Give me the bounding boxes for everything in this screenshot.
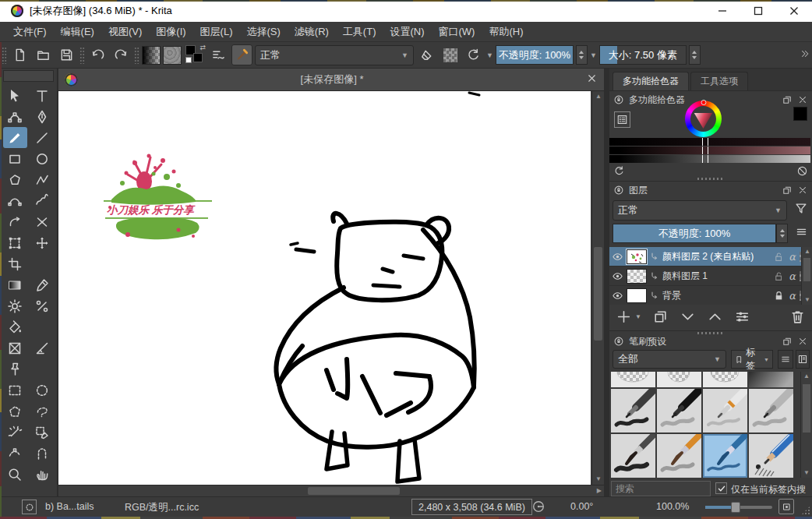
menu-item-10[interactable]: 窗口(W) xyxy=(432,22,482,42)
tool-select-contiguous[interactable] xyxy=(3,422,27,443)
brush-preset-airbrush-soft[interactable] xyxy=(749,372,793,387)
toolbar-grip[interactable] xyxy=(79,47,85,64)
foreground-background-colors[interactable]: ⇄ xyxy=(184,44,206,65)
save-button[interactable] xyxy=(56,44,77,65)
layer-visibility-eye-icon[interactable] xyxy=(612,290,623,302)
tool-select-rectangular[interactable] xyxy=(3,380,27,401)
menu-item-11[interactable]: 帮助(H) xyxy=(482,22,530,42)
tab-tool-options[interactable]: 工具选项 xyxy=(690,72,748,90)
scroll-right-icon[interactable]: ▶ xyxy=(597,488,602,494)
subwindow-close-button[interactable] xyxy=(586,72,598,86)
image-size-display[interactable]: 2,480 x 3,508 (34.6 MiB) xyxy=(411,499,532,515)
preserve-alpha-button[interactable] xyxy=(440,44,461,65)
brush-display-menu-button[interactable] xyxy=(778,350,793,369)
brush-size-slider[interactable]: 大小: 7.50 像素 xyxy=(599,45,687,65)
tool-measure[interactable] xyxy=(30,337,55,358)
tool-reference-images[interactable] xyxy=(3,358,27,380)
window-resize-grip[interactable] xyxy=(801,506,810,515)
brush-editor-button[interactable] xyxy=(231,44,252,65)
brush-search-input[interactable] xyxy=(611,481,711,496)
brush-preset-ink-pen-silver[interactable] xyxy=(749,389,793,432)
no-color-button[interactable] xyxy=(796,165,808,179)
open-document-button[interactable] xyxy=(33,44,54,65)
maximize-button[interactable] xyxy=(740,0,776,22)
gradient-swatch[interactable] xyxy=(142,46,161,65)
brush-preset-ink-marker-black[interactable] xyxy=(657,389,701,432)
layer-lock-open-icon[interactable] xyxy=(773,270,785,282)
alpha-lock-icon[interactable]: α xyxy=(789,270,796,282)
menu-item-2[interactable]: 编辑(E) xyxy=(54,22,101,42)
layer-scroll-thumb[interactable] xyxy=(803,258,810,281)
float-docker-icon[interactable] xyxy=(782,336,793,347)
scroll-down-icon[interactable]: ▼ xyxy=(803,470,810,476)
canvas-horizontal-scrollbar[interactable]: ▶ xyxy=(58,485,604,496)
close-icon[interactable] xyxy=(797,185,808,196)
tool-fill[interactable] xyxy=(3,316,27,337)
layer-blending-mode-dropdown[interactable]: 正常 ▼ xyxy=(613,200,787,221)
scroll-up-icon[interactable]: ▲ xyxy=(595,94,602,100)
selection-mode-indicator[interactable] xyxy=(22,500,37,514)
layer-options-menu-button[interactable] xyxy=(795,225,808,241)
zoom-slider-handle[interactable] xyxy=(731,502,740,513)
brush-detail-view-button[interactable] xyxy=(796,350,810,369)
brush-preset-ink-pen-dark[interactable] xyxy=(611,389,655,432)
vertical-scroll-thumb[interactable] xyxy=(594,247,602,341)
tool-select-magnetic[interactable] xyxy=(30,443,55,464)
opacity-spinner[interactable] xyxy=(576,45,588,65)
tool-select-elliptical[interactable] xyxy=(30,380,55,401)
layer-list-scrollbar[interactable]: ▲ ▼ xyxy=(801,247,812,305)
size-spinner[interactable] xyxy=(689,45,701,65)
layer-opacity-spinner[interactable] xyxy=(776,224,788,243)
toolbar-overflow-button[interactable] xyxy=(800,48,810,62)
layer-lock-open-icon[interactable] xyxy=(773,251,785,263)
close-button[interactable] xyxy=(776,0,812,22)
tool-smart-patch[interactable] xyxy=(30,295,55,316)
redo-button[interactable] xyxy=(111,44,132,65)
docker-lock-icon[interactable] xyxy=(613,94,624,105)
tool-gradient[interactable] xyxy=(3,274,27,295)
layer-filter-button[interactable] xyxy=(794,201,808,217)
reset-zoom-button[interactable] xyxy=(778,499,794,514)
eraser-mode-button[interactable] xyxy=(416,44,437,65)
alpha-lock-icon[interactable]: α xyxy=(789,290,796,302)
scroll-down-icon[interactable]: ▼ xyxy=(595,476,602,482)
refresh-colors-button[interactable] xyxy=(613,165,625,179)
brush-settings-button[interactable] xyxy=(208,44,229,65)
layer-opacity-slider[interactable]: 不透明度: 100% xyxy=(613,224,776,243)
opacity-slider[interactable]: 不透明度: 100% xyxy=(496,45,574,65)
alpha-lock-icon[interactable]: α xyxy=(789,251,796,263)
layer-name[interactable]: 颜料图层 2 (来自粘贴) xyxy=(662,250,770,263)
tool-select-freehand[interactable] xyxy=(30,401,55,422)
layer-properties-button[interactable] xyxy=(734,309,750,325)
add-layer-button[interactable] xyxy=(616,309,632,325)
tool-select-similar-color[interactable] xyxy=(30,422,55,443)
tool-bezier-curve[interactable] xyxy=(3,190,27,211)
close-icon[interactable] xyxy=(797,94,808,105)
tool-select-bezier[interactable] xyxy=(3,443,27,464)
move-layer-down-button[interactable] xyxy=(680,309,696,325)
tool-crop[interactable] xyxy=(3,253,27,274)
lightness-bar[interactable] xyxy=(609,155,810,163)
search-in-tag-checkbox[interactable] xyxy=(715,482,727,494)
layer-thumbnail[interactable] xyxy=(627,249,647,264)
delete-layer-button[interactable] xyxy=(789,309,806,325)
tool-edit-shapes[interactable] xyxy=(3,106,27,127)
color-wheel[interactable] xyxy=(685,101,722,137)
canvas-vertical-scrollbar[interactable]: ▲ ▼ xyxy=(591,91,604,485)
docker-lock-icon[interactable] xyxy=(613,336,624,347)
saturation-value-triangle[interactable] xyxy=(691,107,715,131)
tool-assistants[interactable] xyxy=(3,337,27,358)
tool-rectangle[interactable] xyxy=(3,148,27,169)
layer-thumbnail[interactable] xyxy=(627,288,647,303)
tool-polyline[interactable] xyxy=(30,169,55,190)
scroll-down-icon[interactable]: ▼ xyxy=(804,297,810,303)
tool-zoom[interactable] xyxy=(3,464,27,485)
tool-line[interactable] xyxy=(30,127,55,148)
brush-preset-eraser-soft[interactable] xyxy=(703,372,747,387)
tool-freehand-brush[interactable] xyxy=(3,127,27,148)
horizontal-scroll-thumb[interactable] xyxy=(308,487,400,495)
canvas-rotation-dial[interactable] xyxy=(531,500,545,516)
brush-preset-ink-pen-white[interactable] xyxy=(703,389,747,432)
brush-preset-paintbrush-dark[interactable] xyxy=(611,434,655,478)
panel-resize-handle[interactable] xyxy=(697,178,724,180)
